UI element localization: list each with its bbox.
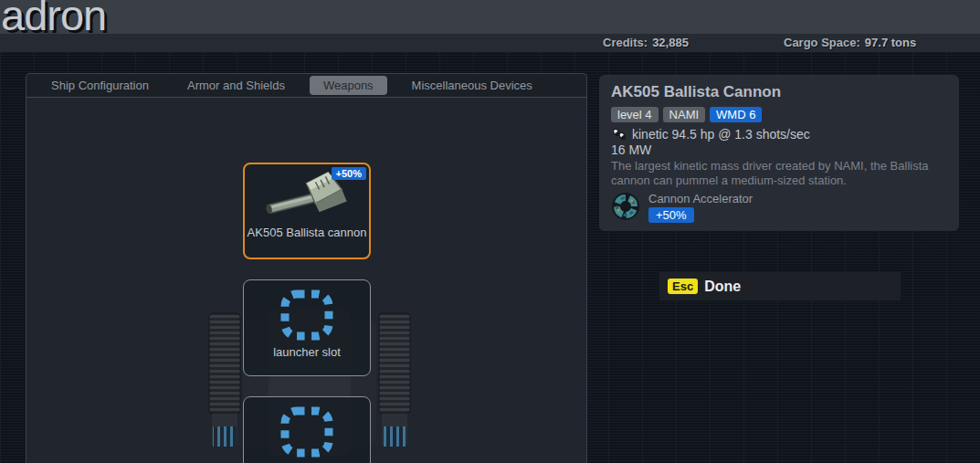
tab-bar: Ship Configuration Armor and Shields Wea… [26, 74, 586, 98]
item-description: The largest kinetic mass driver created … [611, 159, 947, 188]
status-bar: Credits:32,885 Cargo Space:97.7 tons [0, 34, 980, 52]
level-badge: level 4 [611, 107, 659, 122]
empty-slot-icon [279, 405, 335, 458]
credits-value: 32,885 [652, 36, 689, 49]
cannon-accelerator-icon [611, 192, 640, 221]
faction-badge: NAMI [663, 107, 706, 122]
esc-key-badge: Esc [668, 279, 698, 294]
damage-text: kinetic 94.5 hp @ 1.3 shots/sec [632, 127, 810, 142]
tab-ship-configuration[interactable]: Ship Configuration [37, 76, 163, 95]
launcher-slot-card[interactable]: launcher slot [243, 279, 371, 376]
credits-display: Credits:32,885 [603, 36, 689, 49]
slot-label: launcher slot [273, 345, 341, 359]
cargo-label: Cargo Space: [784, 36, 860, 49]
item-detail-panel: AK505 Ballista Cannon level 4 NAMI WMD 6… [599, 75, 959, 231]
done-label: Done [704, 279, 741, 295]
kinetic-damage-icon [611, 127, 627, 142]
item-title: AK505 Ballista Cannon [611, 83, 947, 101]
item-badges: level 4 NAMI WMD 6 [611, 107, 947, 122]
damage-stat-line: kinetic 94.5 hp @ 1.3 shots/sec [611, 127, 947, 142]
window-title: adron [1, 0, 106, 37]
enhancement-name: Cannon Accelerator [648, 192, 753, 205]
cargo-value: 97.7 tons [865, 36, 916, 49]
tab-weapons[interactable]: Weapons [310, 76, 387, 95]
tab-miscellaneous-devices[interactable]: Miscellaneous Devices [398, 76, 546, 95]
done-button[interactable]: Esc Done [659, 272, 901, 300]
enhancement-row: Cannon Accelerator +50% [611, 192, 947, 223]
weapon-slot-card-empty[interactable]: weapon slot [243, 396, 371, 463]
wmd-badge: WMD 6 [710, 107, 762, 122]
top-title-bar: adron [0, 0, 980, 34]
cargo-display: Cargo Space:97.7 tons [784, 36, 916, 49]
credits-label: Credits: [603, 36, 648, 49]
config-panel: Ship Configuration Armor and Shields Wea… [26, 73, 587, 463]
enhancement-bonus: +50% [648, 207, 694, 223]
power-text: 16 MW [611, 142, 947, 157]
tab-armor-and-shields[interactable]: Armor and Shields [174, 76, 299, 95]
enhancement-info: Cannon Accelerator +50% [648, 192, 753, 223]
empty-slot-icon [279, 289, 335, 342]
slot-label: AK505 Ballista cannon [248, 226, 367, 239]
enhancement-bonus-badge: +50% [332, 167, 366, 180]
weapon-slot-card-installed[interactable]: +50% AK505 Ballista cannon [243, 163, 371, 259]
game-screen: adron Credits:32,885 Cargo Space:97.7 to… [0, 0, 980, 463]
